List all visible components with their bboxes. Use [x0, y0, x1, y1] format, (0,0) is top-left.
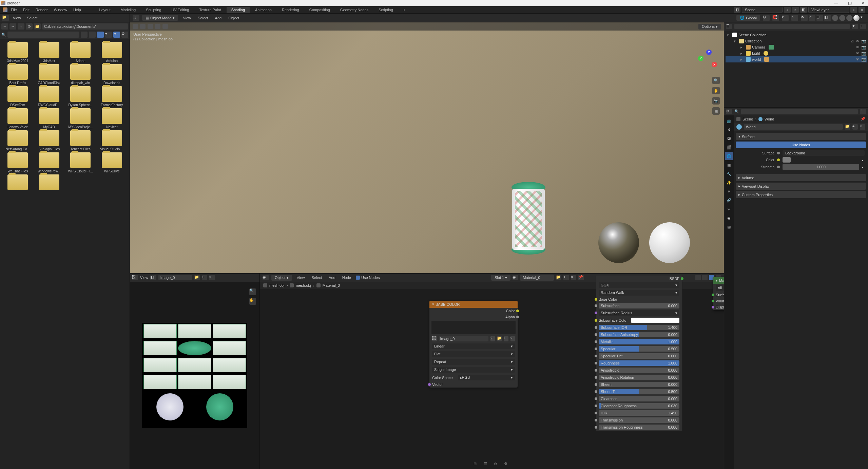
- material-pin-button[interactable]: 📌: [578, 275, 584, 280]
- image-name-input[interactable]: [439, 336, 488, 341]
- shading-solid-button[interactable]: [839, 15, 845, 21]
- properties-search-input[interactable]: [741, 109, 858, 114]
- world-browse-button[interactable]: [736, 124, 742, 130]
- tab-texture-paint[interactable]: Texture Paint: [194, 7, 226, 13]
- exclude-toggle-icon[interactable]: ☑: [850, 39, 854, 43]
- file-item[interactable]: Bcut Drafts: [3, 64, 33, 85]
- file-item[interactable]: WPSDrive: [97, 152, 127, 173]
- nav-newdir-button[interactable]: 📁: [34, 23, 41, 30]
- file-item[interactable]: 3dsMax: [34, 42, 64, 63]
- world-unlink-button[interactable]: ×: [860, 124, 865, 130]
- file-item[interactable]: WindowsPow...: [34, 152, 64, 173]
- hide-toggle-icon[interactable]: 👁: [856, 45, 860, 49]
- vp-icon-4[interactable]: [155, 24, 160, 29]
- tab-animation[interactable]: Animation: [250, 7, 276, 13]
- window-close-button[interactable]: ✕: [860, 1, 867, 5]
- node-image-texture[interactable]: ▾ BASE COLOR Color Alpha 🖼: [429, 301, 518, 388]
- image-new-button[interactable]: +: [504, 336, 508, 341]
- snap-mode-dropdown[interactable]: ▾: [782, 15, 789, 21]
- file-item[interactable]: [3, 174, 33, 191]
- image-unlink-button[interactable]: ×: [510, 336, 515, 341]
- filter-settings-button[interactable]: ⚙: [121, 32, 128, 38]
- gizmo-x-axis[interactable]: X: [712, 62, 717, 67]
- file-item[interactable]: Lenovo Voice: [3, 108, 33, 129]
- file-item[interactable]: DWGCloudD...: [34, 86, 64, 107]
- shader-type-dropdown[interactable]: Object ▾: [271, 275, 292, 281]
- render-toggle-icon[interactable]: 📷: [861, 57, 865, 61]
- socket-ss-color-in[interactable]: [595, 319, 597, 322]
- ne-menu-select[interactable]: Select: [310, 275, 324, 280]
- ne-footer-icon-1[interactable]: ⊞: [474, 462, 480, 468]
- zoom-icon[interactable]: 🔍: [712, 77, 720, 84]
- tree-expand-icon[interactable]: ▾: [734, 39, 738, 43]
- fb-search-input[interactable]: [7, 32, 79, 38]
- ne-overlay-1[interactable]: [695, 275, 701, 280]
- file-item[interactable]: Sunlogin Files: [34, 130, 64, 151]
- tree-expand-icon[interactable]: ▾: [727, 33, 731, 37]
- file-item[interactable]: NetSarang Co...: [3, 130, 33, 151]
- bsdf-specular-slider[interactable]: Specular0.500: [599, 346, 679, 352]
- tree-expand-icon[interactable]: ▸: [740, 51, 745, 56]
- socket-ior-in[interactable]: [595, 412, 597, 414]
- tree-scene-collection[interactable]: Scene Collection: [738, 33, 767, 37]
- xray-toggle[interactable]: ◧: [824, 15, 831, 21]
- socket-color-out[interactable]: [516, 309, 519, 312]
- vp-icon-1[interactable]: [133, 24, 138, 29]
- menu-render[interactable]: Render: [33, 7, 51, 13]
- socket-alpha-out[interactable]: [516, 316, 519, 318]
- overlays-toggle[interactable]: ⊞: [816, 15, 823, 21]
- prop-tab-output[interactable]: 🖨: [725, 126, 733, 134]
- file-item[interactable]: Adobe: [65, 42, 96, 63]
- prop-tab-particle[interactable]: ✨: [725, 179, 733, 187]
- use-nodes-button[interactable]: Use Nodes: [736, 142, 866, 148]
- prop-tab-world[interactable]: 🌐: [725, 152, 733, 160]
- file-item[interactable]: [34, 174, 64, 191]
- bsdf-cc-rough-slider[interactable]: Clearcoat Roughness0.030: [599, 403, 679, 409]
- bsdf-sheen-tint-slider[interactable]: Sheen Tint0.500: [599, 389, 679, 394]
- socket-surface-in[interactable]: [712, 294, 714, 296]
- bsdf-aniso-rot-slider[interactable]: Anisotropic Rotation0.000: [599, 375, 679, 380]
- ie-new-button[interactable]: +: [202, 275, 207, 280]
- viewlayer-new-button[interactable]: ▫: [850, 7, 857, 13]
- ie-file-button[interactable]: 📁: [194, 275, 200, 280]
- tree-camera[interactable]: Camera: [752, 45, 765, 49]
- display-options-dropdown[interactable]: ▾: [105, 32, 112, 38]
- outliner-editor-type-button[interactable]: ☰: [726, 24, 732, 29]
- image-editor-type-button[interactable]: 🖼: [132, 275, 138, 280]
- path-input[interactable]: [42, 23, 128, 30]
- socket-sheen-tint-in[interactable]: [595, 390, 597, 393]
- material-name-input[interactable]: [520, 275, 554, 281]
- vp-icon-5[interactable]: [162, 24, 168, 29]
- window-minimize-button[interactable]: —: [833, 1, 840, 5]
- vp-menu-view[interactable]: View: [181, 15, 193, 21]
- scene-new-button[interactable]: ▫: [784, 7, 791, 13]
- prop-bc-world[interactable]: World: [765, 117, 774, 121]
- proportional-edit-toggle[interactable]: ○: [791, 15, 798, 21]
- mesh-object[interactable]: [510, 182, 547, 260]
- world-new-button[interactable]: +: [852, 124, 858, 130]
- gizmo-toggle[interactable]: ↗: [809, 15, 815, 21]
- file-item[interactable]: DSeeTem: [3, 86, 33, 107]
- display-list-horizontal-button[interactable]: [89, 32, 96, 38]
- file-item[interactable]: MyCAD: [34, 108, 64, 129]
- filter-toggle[interactable]: ▼: [113, 32, 120, 38]
- vp-menu-select[interactable]: Select: [196, 15, 210, 21]
- strength-socket-icon[interactable]: [777, 166, 780, 168]
- gizmo-y-axis[interactable]: Y: [698, 56, 703, 61]
- bc-mesh1[interactable]: mesh.obj: [269, 283, 285, 287]
- viewlayer-browse-button[interactable]: ◧: [800, 7, 807, 13]
- socket-volume-in[interactable]: [712, 300, 714, 302]
- bsdf-ss-ior-slider[interactable]: Subsurface IOR1.400: [599, 325, 679, 330]
- socket-vector-in[interactable]: [428, 383, 431, 386]
- nav-refresh-button[interactable]: ⟳: [26, 23, 33, 30]
- viewport-editor-type-button[interactable]: ⬚: [133, 15, 139, 21]
- prop-tab-physics[interactable]: ⚛: [725, 187, 733, 195]
- bsdf-ss-color-field[interactable]: [631, 318, 679, 323]
- tab-rendering[interactable]: Rendering: [277, 7, 304, 13]
- output-target-dropdown[interactable]: All▾: [716, 285, 724, 291]
- prop-tab-scene[interactable]: 🎬: [725, 143, 733, 151]
- node-principled-bsdf[interactable]: BSDF GGX▾ Random Walk▾ Base Color Subsur…: [596, 276, 682, 431]
- tab-sculpting[interactable]: Sculpting: [141, 7, 166, 13]
- menu-edit[interactable]: Edit: [20, 7, 32, 13]
- socket-trans-rough-in[interactable]: [595, 426, 597, 429]
